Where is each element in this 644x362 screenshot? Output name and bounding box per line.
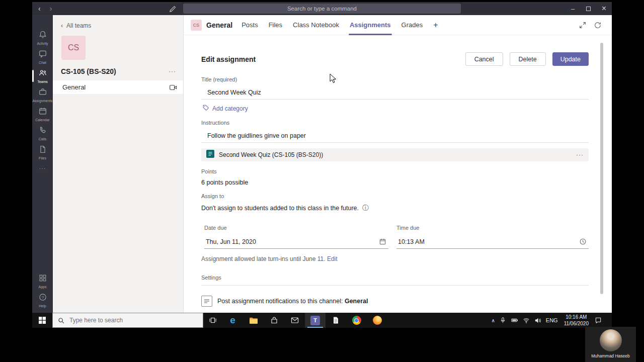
all-teams-link[interactable]: ‹ All teams: [53, 15, 183, 29]
time-due-input[interactable]: 10:13 AM: [396, 235, 589, 249]
back-button[interactable]: ‹: [38, 5, 41, 13]
clock-picker-icon[interactable]: [579, 238, 589, 245]
rail-item-label: Apps: [39, 285, 47, 289]
edit-late-policy-link[interactable]: Edit: [327, 255, 338, 262]
notify-text: Post assignment notifications to this ch…: [217, 298, 343, 305]
command-search-input[interactable]: [183, 4, 461, 14]
taskbar-search[interactable]: [52, 313, 203, 328]
teams-app-icon[interactable]: T: [305, 313, 326, 328]
points-value: 6 points possible: [201, 179, 589, 186]
tabs-right-actions: [579, 21, 607, 29]
document-app-icon[interactable]: [326, 313, 346, 328]
rail-item-assignments[interactable]: Assignments: [32, 85, 53, 105]
presenter-photo: [600, 329, 622, 351]
channel-item-general[interactable]: General: [53, 80, 183, 94]
microphone-tray-icon[interactable]: [500, 317, 506, 324]
rail-more-button[interactable]: ···: [32, 162, 53, 175]
post-notification-icon: [201, 296, 212, 307]
close-button[interactable]: ×: [596, 2, 612, 15]
hidden-icons-button[interactable]: ∧: [492, 318, 495, 323]
info-icon[interactable]: ⓘ: [362, 204, 369, 213]
chrome-app-icon[interactable]: [346, 313, 367, 328]
battery-tray-icon[interactable]: [511, 317, 518, 324]
profile-avatar[interactable]: [547, 4, 558, 14]
tab-files[interactable]: Files: [269, 15, 282, 35]
calendar-picker-icon[interactable]: [379, 238, 388, 245]
all-teams-label: All teams: [66, 22, 91, 29]
settings-label: Settings: [201, 275, 589, 281]
settings-divider: [201, 285, 589, 286]
taskbar-search-input[interactable]: [68, 316, 198, 324]
delete-button[interactable]: Delete: [510, 52, 546, 66]
tab-assignments[interactable]: Assignments: [350, 15, 391, 35]
firefox-app-icon[interactable]: [367, 313, 387, 328]
rail-item-calendar[interactable]: Calendar: [32, 105, 53, 124]
main-panel: CS General Posts Files Class Notebook As…: [184, 15, 612, 313]
task-view-button[interactable]: [203, 313, 222, 328]
vertical-scrollbar[interactable]: [600, 43, 603, 294]
briefcase-icon: [38, 87, 47, 99]
rail-item-chat[interactable]: Chat: [32, 47, 53, 66]
notify-channel-text: Post assignment notifications to this ch…: [217, 298, 368, 305]
instructions-input[interactable]: [201, 129, 589, 143]
apps-grid-icon: [38, 274, 47, 285]
rail-bottom: Apps ? Help: [32, 272, 53, 313]
notify-channel-name: General: [345, 298, 368, 305]
add-category-link[interactable]: Add category: [201, 104, 248, 113]
channel-name: General: [62, 83, 86, 91]
date-due-input[interactable]: Thu, Jun 11, 2020: [204, 235, 388, 249]
rail-item-teams[interactable]: Teams: [32, 66, 53, 85]
instructions-field-label: Instructions: [201, 120, 589, 126]
language-indicator[interactable]: ENG: [546, 317, 558, 323]
rail-item-calls[interactable]: Calls: [32, 124, 53, 143]
minimize-button[interactable]: –: [565, 2, 581, 15]
attachment-options-button[interactable]: ···: [576, 151, 584, 158]
tag-icon: [202, 104, 209, 113]
refresh-icon[interactable]: [594, 21, 602, 29]
start-button[interactable]: [32, 313, 52, 328]
tab-posts[interactable]: Posts: [242, 15, 258, 35]
action-center-icon[interactable]: [595, 317, 602, 324]
late-policy-text: Assignment allowed late turn-ins until J…: [201, 255, 326, 262]
restore-button[interactable]: [581, 2, 596, 15]
file-explorer-app-icon[interactable]: [243, 313, 264, 328]
back-chevron-icon: ‹: [61, 22, 63, 29]
tab-class-notebook[interactable]: Class Notebook: [293, 15, 339, 35]
team-avatar[interactable]: CS: [61, 36, 86, 60]
team-name-row: CS-105 (BS-S20) ···: [53, 67, 183, 75]
rail-item-files[interactable]: Files: [32, 143, 53, 162]
rail-item-activity[interactable]: Activity: [32, 28, 53, 47]
channel-team-avatar: CS: [191, 20, 202, 31]
volume-tray-icon[interactable]: [534, 317, 541, 324]
taskbar-clock[interactable]: 10:16 AM 11/06/2020: [562, 314, 590, 327]
channel-title: General: [206, 21, 232, 29]
app-body: Activity Chat Teams Assignments Calendar…: [32, 15, 612, 313]
attachment-row[interactable]: Second Week Quiz (CS-105 (BS-S20)) ···: [201, 148, 589, 161]
rail-item-label: Teams: [37, 80, 48, 83]
edge-app-icon[interactable]: e: [222, 313, 243, 328]
rail-item-help[interactable]: ? Help: [32, 291, 53, 310]
chrome-icon: [352, 316, 361, 325]
help-icon: ?: [38, 293, 47, 304]
network-tray-icon[interactable]: [523, 317, 530, 324]
forward-button[interactable]: ›: [50, 5, 52, 13]
time-due-column: Time due 10:13 AM: [396, 225, 589, 249]
team-options-button[interactable]: ···: [169, 68, 176, 75]
expand-icon[interactable]: [579, 21, 587, 29]
due-date-row: Date due Thu, Jun 11, 2020 Time due 10:1…: [201, 225, 589, 249]
add-tab-button[interactable]: +: [433, 21, 438, 30]
assign-to-label: Assign to: [201, 193, 589, 199]
title-input[interactable]: [201, 86, 589, 100]
rail-item-label: Help: [39, 304, 46, 308]
new-chat-icon[interactable]: [169, 2, 177, 15]
time-due-value: 10:13 AM: [396, 238, 425, 245]
cancel-button[interactable]: Cancel: [465, 52, 503, 66]
tab-grades[interactable]: Grades: [401, 15, 423, 35]
rail-item-apps[interactable]: Apps: [32, 272, 53, 291]
mail-app-icon[interactable]: [284, 313, 305, 328]
clock-time: 10:16 AM: [566, 314, 587, 320]
store-bag-icon: [270, 316, 278, 324]
update-button[interactable]: Update: [552, 52, 589, 66]
store-app-icon[interactable]: [264, 313, 284, 328]
nav-history: ‹ ›: [32, 5, 52, 13]
